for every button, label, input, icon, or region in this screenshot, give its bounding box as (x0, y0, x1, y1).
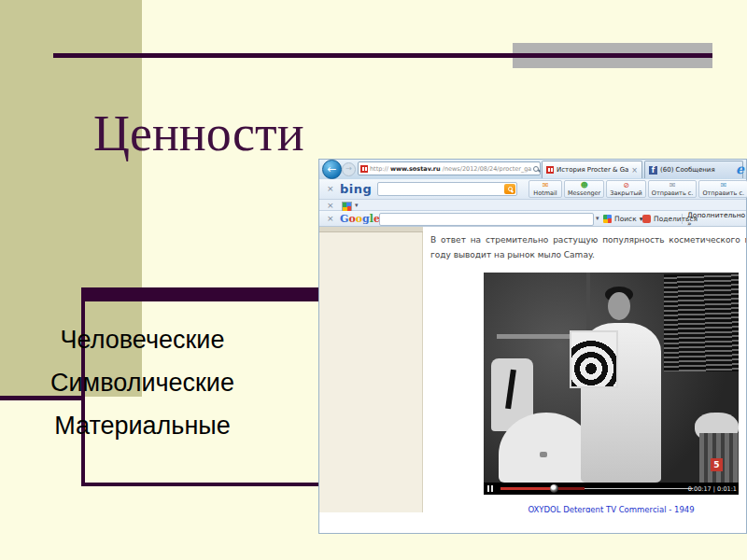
google-search-input[interactable] (379, 213, 594, 226)
tab-procter-gamble[interactable]: История Procter & Gamble × (542, 161, 642, 178)
close-icon[interactable]: × (631, 166, 638, 175)
ie-logo-icon: e (736, 161, 744, 176)
video-time: 0:00:17 | 0:01:1 (688, 485, 737, 493)
facebook-icon: f (649, 166, 657, 175)
address-bar[interactable]: http://www.sostav.ru/news/2012/08/24/pro… (358, 161, 541, 175)
video-caption-row: OXYDOL Detergent TV Commercial - 1949 (484, 498, 739, 512)
send-icon: ✉ (669, 182, 676, 189)
blocked-button[interactable]: ⊘Закрытый (606, 180, 645, 198)
send-alt-icon: ✉ (720, 182, 726, 189)
value-item: Человеческие (9, 318, 275, 361)
url-path: /news/2012/08/24/procter_ga (443, 165, 532, 173)
woman-head (608, 292, 630, 320)
article-paragraph: В ответ на стремительно растущую популяр… (430, 232, 746, 262)
chevron-down-icon[interactable]: ▾ (355, 202, 359, 209)
messenger-icon: ☻ (580, 182, 587, 189)
google-logo[interactable]: Google (340, 213, 380, 225)
top-divider-line (53, 53, 712, 58)
more-options-button[interactable]: Дополнительно » (687, 213, 746, 225)
bing-toolbar: × bing ✉Hotmail☻Messenger⊘Закрытый✉Отпра… (319, 179, 746, 200)
progress-handle[interactable] (550, 484, 558, 493)
search-icon (508, 187, 513, 191)
sidebar-header-strip (319, 227, 423, 232)
browser-screenshot: ← → http://www.sostav.ru/news/2012/08/24… (318, 159, 747, 534)
progress-track[interactable] (585, 488, 693, 489)
presentation-slide: Ценности ЧеловеческиеСимволическиеМатери… (0, 0, 747, 560)
send-alt-button[interactable]: ✉Отправить с. (698, 180, 747, 198)
tab-favicon (546, 166, 554, 174)
search-icon[interactable] (533, 166, 539, 172)
washer-logo (540, 452, 547, 457)
more-label: Дополнительно » (687, 211, 746, 228)
hotmail-icon: ✉ (543, 182, 549, 189)
notification-badge: 5 (711, 458, 723, 471)
close-toolbar-icon[interactable]: × (327, 215, 334, 223)
share-icon (642, 215, 651, 223)
window-blinds (664, 274, 739, 371)
search-label: Поиск (614, 215, 637, 223)
bing-search-input[interactable] (377, 182, 517, 196)
paragraph-line: году выводит на рынок мыло Camay. (430, 247, 746, 262)
video-player[interactable]: 5 0:00:17 | 0:01:1 (484, 273, 739, 495)
sostav-favicon (360, 165, 368, 173)
pause-button[interactable] (487, 485, 495, 492)
ie-navigation-bar: ← → http://www.sostav.ru/news/2012/08/24… (319, 160, 746, 179)
forward-button[interactable]: → (342, 162, 356, 176)
detergent-box (570, 330, 618, 388)
url-host: www.sostav.ru (390, 165, 441, 173)
button-label: Messenger (568, 189, 600, 197)
value-item: Символические (9, 361, 275, 404)
hotmail-button[interactable]: ✉Hotmail (529, 180, 562, 198)
url-scheme: http:// (370, 165, 388, 173)
article-area: В ответ на стремительно растущую популяр… (424, 227, 746, 512)
button-label: Отправить с. (652, 189, 694, 197)
google-g-icon (603, 215, 612, 223)
washing-machine (499, 413, 594, 483)
addon-toolbar: × ▾ (319, 200, 746, 211)
close-toolbar-icon[interactable]: × (327, 202, 334, 210)
page-sidebar (319, 227, 423, 512)
tab-facebook-messages[interactable]: f (60) Сообщения (644, 161, 743, 178)
progress-played (500, 487, 555, 490)
button-label: Закрытый (610, 189, 641, 197)
button-label: Отправить с. (702, 189, 744, 197)
send-button[interactable]: ✉Отправить с. (648, 180, 698, 198)
webpage-content: В ответ на стремительно растущую популяр… (319, 227, 746, 512)
bing-logo[interactable]: bing (340, 182, 372, 196)
paragraph-line: В ответ на стремительно растущую популяр… (430, 232, 746, 247)
bing-search-button[interactable] (504, 184, 515, 194)
video-caption-link[interactable]: OXYDOL Detergent TV Commercial - 1949 (528, 505, 694, 512)
video-controls: 0:00:17 | 0:01:1 (484, 483, 739, 495)
tab-title: История Procter & Gamble (557, 166, 628, 174)
values-list: ЧеловеческиеСимволическиеМатериальные (9, 318, 275, 447)
back-button[interactable]: ← (322, 160, 342, 179)
bullseye-rings (570, 336, 618, 388)
google-search-button[interactable]: Поиск ▾ (603, 213, 643, 225)
chevron-down-icon[interactable]: ▾ (596, 215, 599, 222)
button-label: Hotmail (533, 189, 557, 197)
bing-toolbar-buttons: ✉Hotmail☻Messenger⊘Закрытый✉Отправить с.… (529, 180, 747, 198)
blocked-icon: ⊘ (623, 182, 629, 189)
slide-title: Ценности (93, 105, 304, 162)
tab-title: (60) Сообщения (660, 166, 715, 174)
google-toolbar: × Google ▾ Поиск ▾ Поделиться Дополнител… (319, 211, 746, 227)
value-item: Материальные (9, 404, 275, 447)
video-frame: 5 (484, 273, 739, 483)
messenger-button[interactable]: ☻Messenger (564, 180, 604, 198)
close-toolbar-icon[interactable]: × (327, 185, 334, 193)
